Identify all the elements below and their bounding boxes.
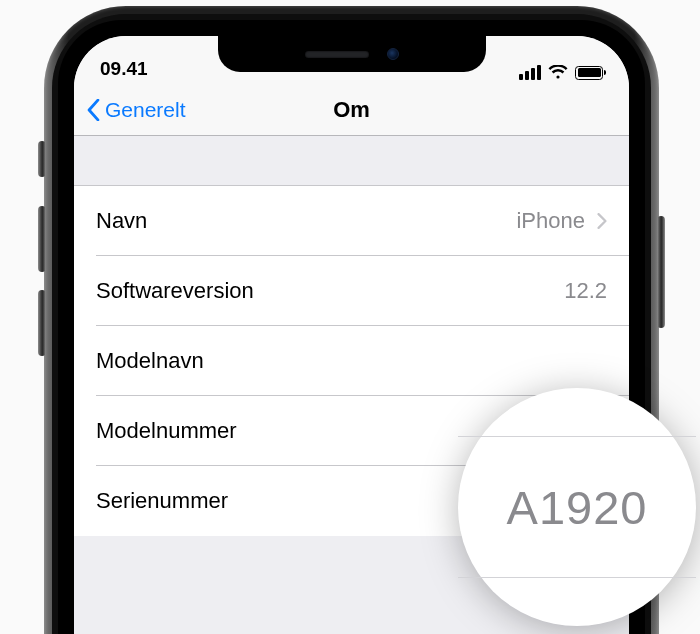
back-button-label: Generelt	[105, 98, 186, 122]
notch	[218, 36, 486, 72]
row-software-version[interactable]: Softwareversion 12.2	[96, 256, 629, 326]
cellular-signal-icon	[519, 65, 541, 80]
front-camera	[387, 48, 399, 60]
back-button[interactable]: Generelt	[86, 84, 186, 135]
battery-icon	[575, 66, 603, 80]
divider	[458, 436, 696, 437]
row-model-name[interactable]: Modelnavn	[96, 326, 629, 396]
row-label: Serienummer	[96, 488, 228, 514]
earpiece-speaker	[305, 51, 369, 58]
page-title: Om	[333, 97, 370, 123]
chevron-right-icon	[597, 213, 607, 229]
section-gap	[74, 136, 629, 186]
row-label: Modelnavn	[96, 348, 204, 374]
model-number-highlight: A1920	[507, 480, 648, 535]
wifi-icon	[548, 65, 568, 80]
volume-down-button	[38, 290, 46, 356]
row-label: Modelnummer	[96, 418, 237, 444]
divider	[458, 577, 696, 578]
row-value: 12.2	[564, 278, 607, 304]
row-name[interactable]: Navn iPhone	[96, 186, 629, 256]
model-number-callout: A1920	[458, 388, 696, 626]
row-value: iPhone	[516, 208, 585, 234]
nav-bar: Generelt Om	[74, 84, 629, 136]
status-time: 09.41	[100, 58, 148, 80]
side-button	[657, 216, 665, 328]
volume-up-button	[38, 206, 46, 272]
row-label: Softwareversion	[96, 278, 254, 304]
row-label: Navn	[96, 208, 147, 234]
mute-switch	[38, 141, 46, 177]
